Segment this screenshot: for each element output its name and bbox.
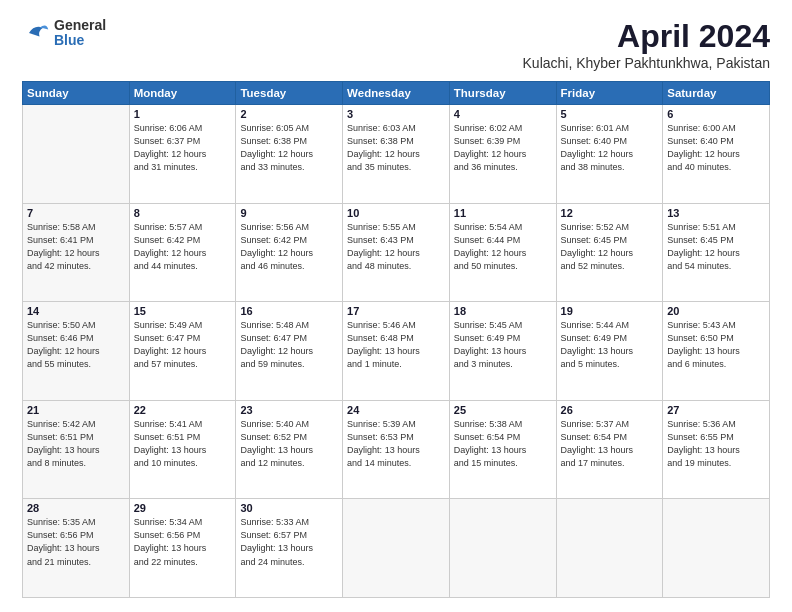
calendar-week-row: 21Sunrise: 5:42 AM Sunset: 6:51 PM Dayli… xyxy=(23,400,770,499)
logo-text: General Blue xyxy=(54,18,106,49)
day-number: 17 xyxy=(347,305,445,317)
day-number: 12 xyxy=(561,207,659,219)
day-info: Sunrise: 5:56 AM Sunset: 6:42 PM Dayligh… xyxy=(240,221,338,273)
day-number: 14 xyxy=(27,305,125,317)
day-number: 21 xyxy=(27,404,125,416)
day-info: Sunrise: 5:44 AM Sunset: 6:49 PM Dayligh… xyxy=(561,319,659,371)
table-row: 24Sunrise: 5:39 AM Sunset: 6:53 PM Dayli… xyxy=(343,400,450,499)
day-info: Sunrise: 5:41 AM Sunset: 6:51 PM Dayligh… xyxy=(134,418,232,470)
table-row: 30Sunrise: 5:33 AM Sunset: 6:57 PM Dayli… xyxy=(236,499,343,598)
table-row xyxy=(663,499,770,598)
day-info: Sunrise: 5:54 AM Sunset: 6:44 PM Dayligh… xyxy=(454,221,552,273)
calendar-week-row: 7Sunrise: 5:58 AM Sunset: 6:41 PM Daylig… xyxy=(23,203,770,302)
table-row: 28Sunrise: 5:35 AM Sunset: 6:56 PM Dayli… xyxy=(23,499,130,598)
table-row: 22Sunrise: 5:41 AM Sunset: 6:51 PM Dayli… xyxy=(129,400,236,499)
table-row xyxy=(343,499,450,598)
day-number: 2 xyxy=(240,108,338,120)
day-info: Sunrise: 5:40 AM Sunset: 6:52 PM Dayligh… xyxy=(240,418,338,470)
table-row: 8Sunrise: 5:57 AM Sunset: 6:42 PM Daylig… xyxy=(129,203,236,302)
col-sunday: Sunday xyxy=(23,82,130,105)
table-row: 29Sunrise: 5:34 AM Sunset: 6:56 PM Dayli… xyxy=(129,499,236,598)
table-row: 18Sunrise: 5:45 AM Sunset: 6:49 PM Dayli… xyxy=(449,302,556,401)
day-number: 10 xyxy=(347,207,445,219)
day-number: 8 xyxy=(134,207,232,219)
table-row: 27Sunrise: 5:36 AM Sunset: 6:55 PM Dayli… xyxy=(663,400,770,499)
calendar-location: Kulachi, Khyber Pakhtunkhwa, Pakistan xyxy=(523,55,770,71)
day-number: 9 xyxy=(240,207,338,219)
day-number: 18 xyxy=(454,305,552,317)
day-info: Sunrise: 5:50 AM Sunset: 6:46 PM Dayligh… xyxy=(27,319,125,371)
logo: General Blue xyxy=(22,18,106,49)
day-info: Sunrise: 5:57 AM Sunset: 6:42 PM Dayligh… xyxy=(134,221,232,273)
page: General Blue April 2024 Kulachi, Khyber … xyxy=(0,0,792,612)
day-info: Sunrise: 6:01 AM Sunset: 6:40 PM Dayligh… xyxy=(561,122,659,174)
table-row: 4Sunrise: 6:02 AM Sunset: 6:39 PM Daylig… xyxy=(449,105,556,204)
table-row: 10Sunrise: 5:55 AM Sunset: 6:43 PM Dayli… xyxy=(343,203,450,302)
day-info: Sunrise: 5:45 AM Sunset: 6:49 PM Dayligh… xyxy=(454,319,552,371)
day-number: 5 xyxy=(561,108,659,120)
table-row xyxy=(556,499,663,598)
logo-bird-icon xyxy=(22,19,50,47)
col-thursday: Thursday xyxy=(449,82,556,105)
table-row: 25Sunrise: 5:38 AM Sunset: 6:54 PM Dayli… xyxy=(449,400,556,499)
day-number: 13 xyxy=(667,207,765,219)
day-info: Sunrise: 5:35 AM Sunset: 6:56 PM Dayligh… xyxy=(27,516,125,568)
table-row: 5Sunrise: 6:01 AM Sunset: 6:40 PM Daylig… xyxy=(556,105,663,204)
day-number: 6 xyxy=(667,108,765,120)
day-number: 1 xyxy=(134,108,232,120)
day-number: 28 xyxy=(27,502,125,514)
day-info: Sunrise: 5:49 AM Sunset: 6:47 PM Dayligh… xyxy=(134,319,232,371)
table-row: 26Sunrise: 5:37 AM Sunset: 6:54 PM Dayli… xyxy=(556,400,663,499)
day-info: Sunrise: 5:46 AM Sunset: 6:48 PM Dayligh… xyxy=(347,319,445,371)
logo-general-label: General xyxy=(54,18,106,33)
day-number: 30 xyxy=(240,502,338,514)
day-info: Sunrise: 5:34 AM Sunset: 6:56 PM Dayligh… xyxy=(134,516,232,568)
day-number: 19 xyxy=(561,305,659,317)
day-info: Sunrise: 5:51 AM Sunset: 6:45 PM Dayligh… xyxy=(667,221,765,273)
day-info: Sunrise: 6:06 AM Sunset: 6:37 PM Dayligh… xyxy=(134,122,232,174)
day-info: Sunrise: 5:39 AM Sunset: 6:53 PM Dayligh… xyxy=(347,418,445,470)
day-number: 27 xyxy=(667,404,765,416)
day-number: 22 xyxy=(134,404,232,416)
table-row: 17Sunrise: 5:46 AM Sunset: 6:48 PM Dayli… xyxy=(343,302,450,401)
day-number: 29 xyxy=(134,502,232,514)
day-info: Sunrise: 5:55 AM Sunset: 6:43 PM Dayligh… xyxy=(347,221,445,273)
day-info: Sunrise: 5:37 AM Sunset: 6:54 PM Dayligh… xyxy=(561,418,659,470)
day-info: Sunrise: 5:42 AM Sunset: 6:51 PM Dayligh… xyxy=(27,418,125,470)
table-row: 23Sunrise: 5:40 AM Sunset: 6:52 PM Dayli… xyxy=(236,400,343,499)
day-info: Sunrise: 5:48 AM Sunset: 6:47 PM Dayligh… xyxy=(240,319,338,371)
table-row: 16Sunrise: 5:48 AM Sunset: 6:47 PM Dayli… xyxy=(236,302,343,401)
day-number: 20 xyxy=(667,305,765,317)
table-row xyxy=(449,499,556,598)
table-row: 19Sunrise: 5:44 AM Sunset: 6:49 PM Dayli… xyxy=(556,302,663,401)
calendar-table: Sunday Monday Tuesday Wednesday Thursday… xyxy=(22,81,770,598)
col-monday: Monday xyxy=(129,82,236,105)
table-row: 12Sunrise: 5:52 AM Sunset: 6:45 PM Dayli… xyxy=(556,203,663,302)
day-number: 25 xyxy=(454,404,552,416)
table-row: 2Sunrise: 6:05 AM Sunset: 6:38 PM Daylig… xyxy=(236,105,343,204)
calendar-title: April 2024 xyxy=(523,18,770,55)
table-row: 6Sunrise: 6:00 AM Sunset: 6:40 PM Daylig… xyxy=(663,105,770,204)
day-info: Sunrise: 5:38 AM Sunset: 6:54 PM Dayligh… xyxy=(454,418,552,470)
day-info: Sunrise: 6:02 AM Sunset: 6:39 PM Dayligh… xyxy=(454,122,552,174)
calendar-week-row: 14Sunrise: 5:50 AM Sunset: 6:46 PM Dayli… xyxy=(23,302,770,401)
table-row: 11Sunrise: 5:54 AM Sunset: 6:44 PM Dayli… xyxy=(449,203,556,302)
col-wednesday: Wednesday xyxy=(343,82,450,105)
title-block: April 2024 Kulachi, Khyber Pakhtunkhwa, … xyxy=(523,18,770,71)
day-info: Sunrise: 6:00 AM Sunset: 6:40 PM Dayligh… xyxy=(667,122,765,174)
col-saturday: Saturday xyxy=(663,82,770,105)
day-number: 24 xyxy=(347,404,445,416)
day-number: 4 xyxy=(454,108,552,120)
table-row: 13Sunrise: 5:51 AM Sunset: 6:45 PM Dayli… xyxy=(663,203,770,302)
table-row: 14Sunrise: 5:50 AM Sunset: 6:46 PM Dayli… xyxy=(23,302,130,401)
day-number: 16 xyxy=(240,305,338,317)
day-info: Sunrise: 6:05 AM Sunset: 6:38 PM Dayligh… xyxy=(240,122,338,174)
day-info: Sunrise: 5:33 AM Sunset: 6:57 PM Dayligh… xyxy=(240,516,338,568)
header: General Blue April 2024 Kulachi, Khyber … xyxy=(22,18,770,71)
table-row xyxy=(23,105,130,204)
table-row: 1Sunrise: 6:06 AM Sunset: 6:37 PM Daylig… xyxy=(129,105,236,204)
day-info: Sunrise: 5:36 AM Sunset: 6:55 PM Dayligh… xyxy=(667,418,765,470)
table-row: 3Sunrise: 6:03 AM Sunset: 6:38 PM Daylig… xyxy=(343,105,450,204)
table-row: 21Sunrise: 5:42 AM Sunset: 6:51 PM Dayli… xyxy=(23,400,130,499)
day-number: 15 xyxy=(134,305,232,317)
